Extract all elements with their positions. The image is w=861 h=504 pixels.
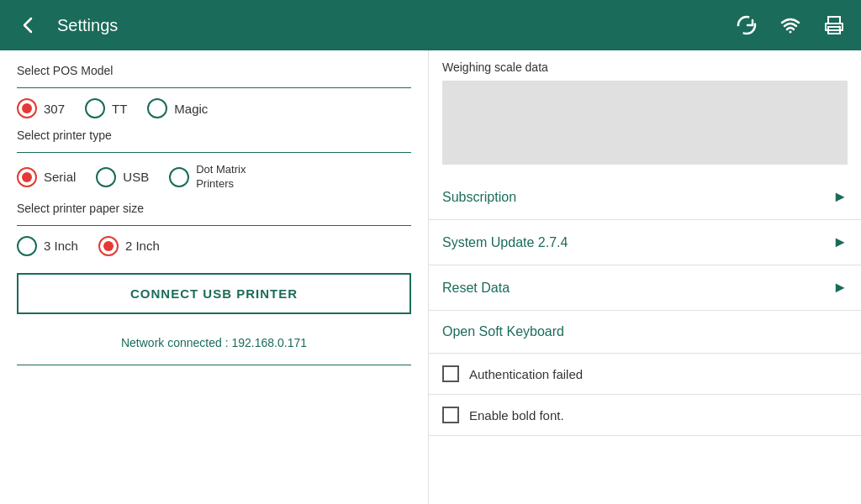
radio-outer-2inch (98, 236, 119, 256)
weighing-scale-input[interactable] (442, 81, 848, 165)
main-content: Select POS Model 307 TT Magic Select pri… (0, 50, 861, 504)
system-update-arrow: ► (832, 234, 848, 251)
pos-model-group: 307 TT Magic (17, 98, 411, 118)
checkbox-bold-font-box (442, 407, 459, 423)
network-divider (17, 365, 411, 365)
subscription-label: Subscription (442, 190, 516, 205)
checkbox-auth-failed[interactable]: Authentication failed (429, 354, 861, 395)
reset-data-arrow: ► (832, 279, 848, 297)
sync-icon[interactable] (733, 12, 760, 39)
radio-307[interactable]: 307 (17, 98, 65, 118)
radio-tt[interactable]: TT (85, 98, 127, 118)
radio-label-magic: Magic (174, 102, 208, 116)
checkbox-auth-failed-box (442, 365, 459, 382)
radio-inner-2inch (103, 241, 114, 251)
radio-outer-3inch (17, 236, 37, 256)
subscription-arrow: ► (832, 188, 848, 206)
connect-usb-button[interactable]: CONNECT USB PRINTER (17, 273, 411, 314)
open-soft-keyboard-label: Open Soft Keyboard (442, 324, 564, 339)
radio-outer-usb (96, 167, 116, 187)
wifi-icon[interactable] (777, 12, 804, 39)
paper-size-group: 3 Inch 2 Inch (17, 236, 411, 256)
radio-label-307: 307 (44, 102, 65, 116)
radio-label-2inch: 2 Inch (125, 239, 160, 253)
radio-outer-dotmatrix (169, 167, 189, 187)
pos-model-label: Select POS Model (17, 64, 411, 77)
radio-inner-307 (22, 103, 32, 113)
radio-serial[interactable]: Serial (17, 167, 76, 187)
system-update-label: System Update 2.7.4 (442, 235, 568, 250)
radio-3inch[interactable]: 3 Inch (17, 236, 78, 256)
radio-label-tt: TT (112, 102, 127, 116)
printer-type-label: Select printer type (17, 129, 411, 142)
menu-item-reset-data[interactable]: Reset Data ► (429, 265, 861, 311)
radio-2inch[interactable]: 2 Inch (98, 236, 160, 256)
svg-point-1 (790, 31, 792, 34)
paper-size-divider (17, 225, 411, 226)
svg-point-4 (838, 26, 841, 29)
reset-data-label: Reset Data (442, 281, 510, 296)
left-panel: Select POS Model 307 TT Magic Select pri… (0, 50, 429, 504)
pos-model-divider (17, 87, 411, 88)
radio-outer-magic (147, 98, 167, 118)
checkbox-bold-font[interactable]: Enable bold font. (429, 395, 861, 436)
menu-item-open-soft-keyboard[interactable]: Open Soft Keyboard (429, 311, 861, 354)
page-title: Settings (57, 16, 733, 35)
paper-size-label: Select printer paper size (17, 202, 411, 215)
svg-rect-2 (828, 17, 840, 24)
radio-dotmatrix[interactable]: Dot MatrixPrinters (169, 163, 246, 192)
checkbox-auth-failed-label: Authentication failed (469, 367, 583, 381)
menu-item-system-update[interactable]: System Update 2.7.4 ► (429, 220, 861, 265)
print-icon[interactable] (821, 12, 848, 39)
printer-type-divider (17, 152, 411, 153)
menu-item-subscription[interactable]: Subscription ► (429, 175, 861, 220)
weighing-scale-label: Weighing scale data (429, 50, 861, 81)
printer-type-group: Serial USB Dot MatrixPrinters (17, 163, 411, 192)
header: Settings (0, 0, 861, 50)
radio-magic[interactable]: Magic (147, 98, 208, 118)
back-button[interactable] (13, 10, 44, 40)
radio-label-usb: USB (123, 170, 149, 184)
header-icons (733, 12, 848, 39)
checkbox-bold-font-label: Enable bold font. (469, 408, 564, 423)
right-panel: Weighing scale data Subscription ► Syste… (429, 50, 861, 504)
radio-inner-serial (22, 172, 32, 182)
radio-usb[interactable]: USB (96, 167, 149, 187)
radio-outer-serial (17, 167, 37, 187)
radio-label-serial: Serial (44, 170, 76, 184)
radio-outer-307 (17, 98, 37, 118)
network-status: Network connected : 192.168.0.171 (17, 328, 411, 358)
radio-outer-tt (85, 98, 105, 118)
radio-label-dotmatrix: Dot MatrixPrinters (196, 163, 246, 192)
radio-label-3inch: 3 Inch (44, 239, 78, 253)
